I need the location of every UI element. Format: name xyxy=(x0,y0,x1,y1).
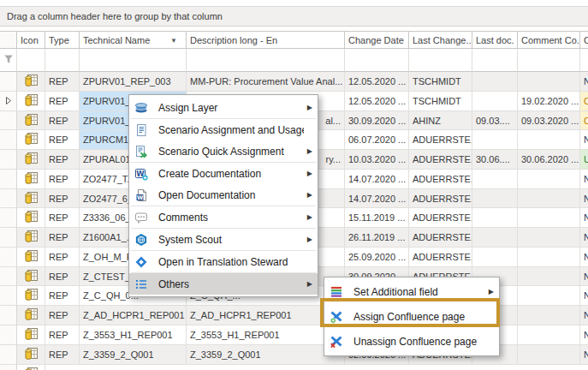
menu-item-assign-layer[interactable]: Assign Layer▶ xyxy=(129,97,318,118)
cell-type[interactable]: REP xyxy=(45,286,80,306)
cell-type[interactable]: REP xyxy=(45,306,80,325)
cell-comment[interactable] xyxy=(518,248,580,267)
row-indicator-cell[interactable] xyxy=(0,130,17,150)
menu-item-scenario-assignment-and-usage[interactable]: Scenario Assignment and Usage xyxy=(129,119,318,140)
cell-comment[interactable] xyxy=(518,345,580,365)
row-indicator-cell[interactable] xyxy=(0,365,17,370)
cell-icon[interactable] xyxy=(17,72,45,92)
cell-extra[interactable]: N... xyxy=(580,306,588,325)
menu-item-others[interactable]: Others▶ xyxy=(129,273,318,295)
cell-comment[interactable]: 09.03.2020 ... xyxy=(518,111,580,130)
funnel-icon[interactable] xyxy=(3,53,15,67)
row-indicator-cell[interactable] xyxy=(0,72,17,92)
cell-last_change[interactable]: ADUERRSTE... xyxy=(409,228,472,248)
cell-type[interactable]: REP xyxy=(45,72,80,92)
cell-last_doc[interactable] xyxy=(472,248,518,267)
cell-extra[interactable]: N... xyxy=(580,325,588,345)
filter-cell-extra[interactable] xyxy=(580,49,588,72)
cell-last_change[interactable]: ADUERRSTE... xyxy=(409,130,472,150)
column-header-change_date[interactable]: Change Date xyxy=(345,31,409,49)
menu-item-open-documentation[interactable]: WOpen Documentation▶ xyxy=(129,184,318,206)
cell-last_doc[interactable]: 09.03.... xyxy=(472,111,518,130)
filter-cell-desc[interactable] xyxy=(187,49,345,72)
cell-comment[interactable] xyxy=(518,286,580,306)
cell-extra[interactable]: N... xyxy=(580,286,588,306)
cell-last_change[interactable]: TSCHMIDT xyxy=(409,92,472,111)
cell-extra[interactable]: U... xyxy=(580,150,588,170)
cell-extra[interactable]: N... xyxy=(580,208,588,228)
cell-icon[interactable] xyxy=(17,286,45,306)
cell-extra[interactable]: N... xyxy=(580,345,588,365)
cell-comment[interactable] xyxy=(518,130,580,150)
cell-tech[interactable]: Z_3553_H1_REP001 xyxy=(80,325,187,345)
cell-comment[interactable] xyxy=(518,208,580,228)
cell-change_date[interactable]: 12.05.2020 ... xyxy=(345,92,409,111)
cell-desc[interactable]: MM-PUR: Procurement Value Anal... xyxy=(187,72,345,92)
cell-last_doc[interactable] xyxy=(472,92,518,111)
row-indicator-cell[interactable] xyxy=(0,306,17,325)
cell-extra[interactable]: N... xyxy=(580,130,588,150)
cell-comment[interactable] xyxy=(518,170,580,189)
cell-last_doc[interactable] xyxy=(472,130,518,150)
cell-change_date[interactable]: 12.05.2020 ... xyxy=(345,72,409,92)
cell-extra[interactable]: N... xyxy=(580,170,588,189)
cell-icon[interactable] xyxy=(17,150,45,170)
cell-change_date[interactable]: 30.09.2020 ... xyxy=(345,111,409,130)
column-header-extra[interactable]: C... xyxy=(580,31,588,49)
cell-type[interactable]: REP xyxy=(45,267,80,286)
cell-desc[interactable]: Z_3359_2_Q001 xyxy=(187,345,345,365)
row-indicator-cell[interactable] xyxy=(0,286,17,306)
row-indicator-cell[interactable] xyxy=(0,325,17,345)
column-header-desc[interactable]: Description long - En xyxy=(187,31,345,49)
cell-last_change[interactable]: TSCHMIDT xyxy=(409,72,472,92)
menu-item-open-in-translation-steward[interactable]: Open in Translation Steward xyxy=(129,251,318,272)
column-header-type[interactable]: Type xyxy=(45,31,80,49)
cell-type[interactable]: REP xyxy=(45,208,80,228)
filter-cell-comment[interactable] xyxy=(518,49,580,72)
cell-last_doc[interactable] xyxy=(472,228,518,248)
cell-change_date[interactable]: 26.11.2019 ... xyxy=(345,228,409,248)
cell-type[interactable]: REP xyxy=(45,150,80,170)
filter-cell-last_doc[interactable] xyxy=(472,49,518,72)
cell-icon[interactable] xyxy=(17,208,45,228)
cell-last_change[interactable]: ADUERRSTE... xyxy=(409,189,472,208)
cell-type[interactable]: REP xyxy=(45,111,80,130)
filter-cell-tech[interactable] xyxy=(80,49,187,72)
cell-type[interactable]: REP xyxy=(45,92,80,111)
cell-last_change[interactable]: ADUERRSTE... xyxy=(409,170,472,189)
cell-last_change[interactable]: ADUERRSTE... xyxy=(409,150,472,170)
cell-change_date[interactable]: 25.09.2020 ... xyxy=(345,248,409,267)
cell-change_date[interactable]: 14.07.2020 ... xyxy=(345,189,409,208)
cell-last_change[interactable]: ADUERRSTE... xyxy=(409,248,472,267)
cell-type[interactable]: REP xyxy=(45,345,80,365)
row-indicator-cell[interactable] xyxy=(0,267,17,286)
cell-change_date[interactable]: 14.07.2020 ... xyxy=(345,170,409,189)
filter-cell-type[interactable] xyxy=(45,49,80,72)
column-header-last_doc[interactable]: Last doc. xyxy=(472,31,518,49)
row-indicator-cell[interactable] xyxy=(0,248,17,267)
row-indicator-cell[interactable] xyxy=(0,170,17,189)
cell-tech[interactable]: Z_3359_2_Q001 xyxy=(80,345,187,365)
menu-item-unassign-confluence-page[interactable]: Unassign Confluence page xyxy=(324,329,499,354)
cell-comment[interactable] xyxy=(518,306,580,325)
cell-last_change[interactable]: ADUERRSTE... xyxy=(409,208,472,228)
cell-extra[interactable]: N... xyxy=(580,189,588,208)
cell-change_date[interactable]: 06.07.2020 ... xyxy=(345,130,409,150)
cell-last_doc[interactable]: 30.06.... xyxy=(472,150,518,170)
cell-comment[interactable]: 19.02.2020 ... xyxy=(518,92,580,111)
row-indicator-cell[interactable] xyxy=(0,189,17,208)
cell-icon[interactable] xyxy=(17,325,45,345)
cell-extra[interactable]: C... xyxy=(580,111,588,130)
cell-icon[interactable] xyxy=(17,267,45,286)
filter-cell-change_date[interactable] xyxy=(345,49,409,72)
row-indicator-cell[interactable] xyxy=(0,92,17,111)
menu-item-scenario-quick-assignment[interactable]: Scenario Quick Assignment▶ xyxy=(129,140,318,162)
row-indicator-cell[interactable] xyxy=(0,111,17,130)
cell-comment[interactable]: 30.06.2020 ... xyxy=(518,150,580,170)
cell-last_doc[interactable] xyxy=(472,208,518,228)
cell-change_date[interactable]: 15.11.2019 ... xyxy=(345,208,409,228)
row-indicator-cell[interactable] xyxy=(0,228,17,248)
row-indicator-cell[interactable] xyxy=(0,150,17,170)
cell-last_change[interactable]: AHINZ xyxy=(409,111,472,130)
column-header-comment[interactable]: Comment Co... xyxy=(518,31,580,49)
